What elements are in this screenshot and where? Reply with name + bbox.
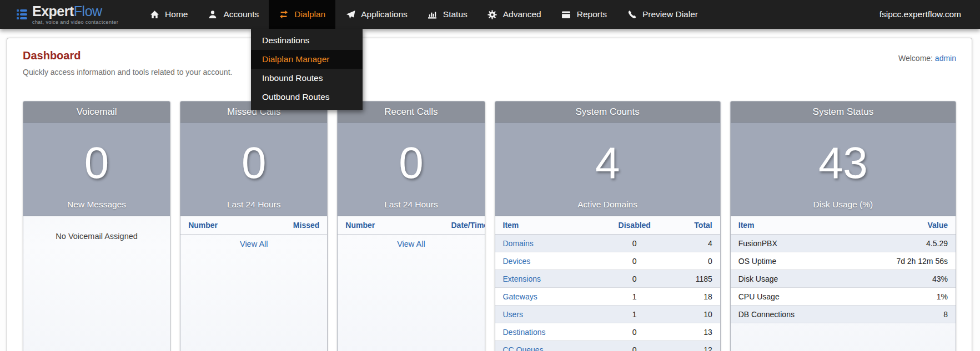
- stat-label: Last 24 Hours: [338, 200, 484, 210]
- item-link-cc-queues[interactable]: CC Queues: [503, 345, 544, 351]
- stat-label: Active Domains: [495, 200, 720, 210]
- dialplan-dropdown-menu: Destinations Dialplan Manager Inbound Ro…: [251, 29, 363, 110]
- nav-item-reports[interactable]: Reports: [551, 0, 617, 29]
- column-header-total: Total: [666, 216, 720, 235]
- system-status-card: System Status 43 Disk Usage (%) Item Val…: [730, 101, 956, 351]
- status-value: 43%: [855, 270, 956, 288]
- total-value: 18: [666, 288, 720, 306]
- table-header-row: Item Value: [731, 216, 956, 235]
- brand-logo-icon: [17, 9, 27, 19]
- missed-calls-count: 0: [242, 142, 267, 196]
- table-row: CC Queues 0 12: [495, 341, 720, 351]
- table-row: DB Connections 8: [731, 306, 956, 323]
- nav-item-label: Dialplan: [294, 9, 325, 19]
- disabled-value: 0: [603, 323, 666, 341]
- missed-calls-card: Missed Calls 0 Last 24 Hours Number Miss…: [180, 101, 328, 351]
- top-navbar: ExpertFlow chat, voice and video contact…: [0, 0, 980, 29]
- nav-item-home[interactable]: Home: [139, 0, 198, 29]
- disabled-value: 0: [603, 252, 666, 270]
- welcome-label: Welcome:: [898, 54, 933, 63]
- item-link-destinations[interactable]: Destinations: [503, 328, 546, 337]
- recent-calls-count: 0: [399, 142, 424, 196]
- table-row: Devices 0 0: [495, 252, 720, 270]
- page-subtitle: Quickly access information and tools rel…: [23, 68, 956, 77]
- column-header-item: Item: [495, 216, 604, 235]
- system-counts-card: System Counts 4 Active Domains Item Disa…: [495, 101, 721, 351]
- user-icon: [208, 9, 218, 19]
- missed-calls-table-header: Number Missed: [180, 216, 327, 235]
- voicemail-empty-message: No Voicemail Assigned: [23, 216, 170, 241]
- status-value: 1%: [855, 288, 956, 306]
- report-window-icon: [561, 9, 571, 19]
- item-link-gateways[interactable]: Gateways: [503, 292, 537, 301]
- welcome-text: Welcome: admin: [898, 49, 956, 63]
- system-status-table: Item Value FusionPBX 4.5.29 OS Uptime 7d…: [731, 216, 956, 323]
- welcome-user-link[interactable]: admin: [935, 54, 956, 63]
- gear-icon: [488, 9, 497, 19]
- table-row: Extensions 0 1185: [495, 270, 720, 288]
- recent-calls-view-all-link[interactable]: View All: [338, 235, 484, 253]
- item-link-extensions[interactable]: Extensions: [503, 274, 541, 283]
- brand-name-secondary: Flow: [74, 3, 102, 19]
- item-link-domains[interactable]: Domains: [503, 239, 534, 248]
- nav-item-label: Advanced: [503, 9, 541, 19]
- brand-name-primary: Expert: [32, 3, 74, 19]
- disabled-value: 0: [603, 341, 666, 351]
- active-domains-count: 4: [595, 142, 620, 196]
- system-counts-table: Item Disabled Total Domains 0 4 Devices …: [495, 216, 720, 351]
- status-value: 8: [855, 306, 956, 323]
- column-header-number: Number: [188, 221, 218, 230]
- nav-item-applications[interactable]: Applications: [335, 0, 418, 29]
- item-link-devices[interactable]: Devices: [503, 257, 531, 266]
- card-title: System Counts: [495, 101, 720, 123]
- stat-label: New Messages: [23, 200, 170, 210]
- total-value: 1185: [666, 270, 720, 288]
- exchange-arrows-icon: [279, 9, 289, 19]
- page-title: Dashboard: [23, 49, 81, 62]
- total-value: 10: [666, 306, 720, 323]
- nav-item-status[interactable]: Status: [418, 0, 478, 29]
- column-header-missed: Missed: [293, 221, 319, 230]
- bar-chart-icon: [428, 9, 438, 19]
- disabled-value: 0: [603, 235, 666, 252]
- stat-label: Disk Usage (%): [731, 200, 956, 210]
- home-icon: [149, 9, 159, 19]
- stat-label: Last 24 Hours: [180, 200, 327, 210]
- status-value: 7d 2h 12m 56s: [855, 252, 956, 270]
- dashboard-panel: Dashboard Welcome: admin Quickly access …: [7, 38, 972, 351]
- missed-calls-view-all-link[interactable]: View All: [180, 235, 327, 253]
- voicemail-count: 0: [84, 142, 109, 196]
- disabled-value: 0: [603, 270, 666, 288]
- menu-item-inbound-routes[interactable]: Inbound Routes: [251, 69, 363, 88]
- total-value: 0: [666, 252, 720, 270]
- nav-item-label: Status: [443, 9, 468, 19]
- menu-item-destinations[interactable]: Destinations: [251, 31, 363, 50]
- disabled-value: 1: [603, 288, 666, 306]
- brand-logo[interactable]: ExpertFlow chat, voice and video contact…: [0, 0, 139, 29]
- total-value: 13: [666, 323, 720, 341]
- table-header-row: Item Disabled Total: [495, 216, 720, 235]
- menu-item-outbound-routes[interactable]: Outbound Routes: [251, 88, 363, 106]
- nav-item-preview-dialer[interactable]: Preview Dialer: [617, 0, 708, 29]
- nav-item-label: Home: [165, 9, 188, 19]
- column-header-number: Number: [345, 221, 375, 230]
- recent-calls-table-header: Number Date/Time: [338, 216, 484, 235]
- nav-item-advanced[interactable]: Advanced: [478, 0, 551, 29]
- item-link-users[interactable]: Users: [503, 310, 524, 319]
- status-value: 4.5.29: [855, 235, 956, 252]
- column-header-disabled: Disabled: [603, 216, 666, 235]
- nav-item-label: Accounts: [223, 9, 259, 19]
- disk-usage-percent: 43: [818, 142, 868, 196]
- dashboard-cards: Voicemail 0 New Messages No Voicemail As…: [23, 101, 956, 351]
- table-row: Domains 0 4: [495, 235, 720, 252]
- nav-item-label: Applications: [361, 9, 408, 19]
- card-title: Voicemail: [23, 101, 170, 123]
- table-row: CPU Usage 1%: [731, 288, 956, 306]
- menu-item-dialplan-manager[interactable]: Dialplan Manager: [251, 50, 363, 69]
- nav-item-label: Reports: [577, 9, 607, 19]
- nav-item-dialplan[interactable]: Dialplan: [269, 0, 335, 29]
- nav-item-accounts[interactable]: Accounts: [198, 0, 269, 29]
- phone-icon: [627, 9, 637, 19]
- total-value: 4: [666, 235, 720, 252]
- table-row: OS Uptime 7d 2h 12m 56s: [731, 252, 956, 270]
